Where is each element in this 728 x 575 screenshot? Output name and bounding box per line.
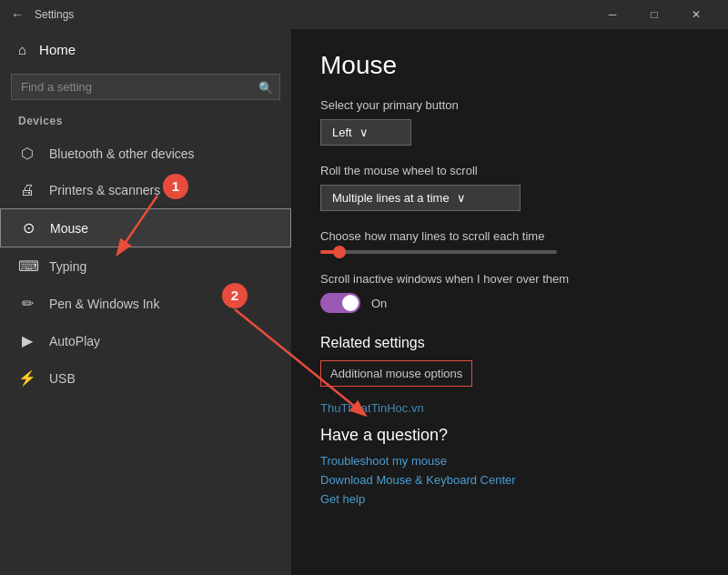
sidebar-item-mouse[interactable]: ⊙ Mouse — [0, 208, 291, 247]
keyboard-icon: ⌨ — [18, 257, 36, 275]
scroll-inactive-label: Scroll inactive windows when I hover ove… — [320, 272, 699, 286]
toggle-knob — [342, 295, 359, 311]
get-help-link[interactable]: Get help — [320, 492, 699, 506]
usb-icon: ⚡ — [18, 369, 36, 387]
sidebar-search-container: 🔍 — [11, 74, 280, 100]
have-a-question-title: Have a question? — [320, 426, 699, 445]
scroll-lines-slider[interactable] — [320, 250, 557, 254]
sidebar-item-home[interactable]: ⌂ Home — [0, 29, 291, 70]
autoplay-icon: ▶ — [18, 332, 36, 349]
sidebar-item-autoplay[interactable]: ▶ AutoPlay — [0, 322, 291, 359]
sidebar-item-usb[interactable]: ⚡ USB — [0, 359, 291, 397]
scroll-wheel-value: Multiple lines at a time — [332, 191, 450, 205]
minimize-button[interactable]: ─ — [592, 0, 633, 29]
troubleshoot-link[interactable]: Troubleshoot my mouse — [320, 454, 699, 468]
primary-button-dropdown[interactable]: Left ∨ — [320, 119, 411, 146]
scroll-wheel-chevron: ∨ — [457, 191, 466, 205]
sidebar-item-pen-label: Pen & Windows Ink — [49, 297, 159, 311]
primary-button-chevron: ∨ — [359, 126, 369, 139]
sidebar-item-printers-label: Printers & scanners — [49, 183, 160, 197]
pen-icon: ✏ — [18, 295, 36, 312]
sidebar-section-label: Devices — [0, 111, 291, 135]
scroll-inactive-toggle[interactable] — [320, 293, 360, 313]
scroll-lines-container: Choose how many lines to scroll each tim… — [320, 229, 699, 254]
additional-mouse-options-link[interactable]: Additional mouse options — [320, 360, 472, 387]
mouse-icon: ⊙ — [19, 219, 37, 237]
main-layout: ⌂ Home 🔍 Devices ⬡ Bluetooth & other dev… — [0, 29, 728, 575]
toggle-row: On — [320, 293, 699, 313]
scroll-wheel-label: Roll the mouse wheel to scroll — [320, 164, 699, 177]
sidebar-item-bluetooth[interactable]: ⬡ Bluetooth & other devices — [0, 135, 291, 172]
page-title: Mouse — [320, 51, 699, 80]
sidebar-home-label: Home — [39, 42, 76, 57]
toggle-state-label: On — [371, 297, 387, 310]
sidebar-item-typing-label: Typing — [49, 259, 86, 274]
window-controls: ─ □ ✕ — [592, 0, 717, 29]
titlebar: ← Settings ─ □ ✕ — [0, 0, 728, 29]
back-button[interactable]: ← — [11, 7, 24, 22]
search-icon: 🔍 — [258, 80, 273, 94]
scroll-lines-label: Choose how many lines to scroll each tim… — [320, 229, 699, 243]
content-area: Mouse Select your primary button Left ∨ … — [291, 29, 728, 575]
printer-icon: 🖨 — [18, 182, 36, 198]
sidebar-item-typing[interactable]: ⌨ Typing — [0, 247, 291, 285]
slider-thumb[interactable] — [333, 246, 346, 258]
home-icon: ⌂ — [18, 42, 26, 57]
sidebar-item-mouse-label: Mouse — [50, 221, 88, 236]
sidebar-item-bluetooth-label: Bluetooth & other devices — [49, 146, 195, 161]
scroll-wheel-dropdown[interactable]: Multiple lines at a time ∨ — [320, 185, 521, 211]
download-link[interactable]: Download Mouse & Keyboard Center — [320, 473, 699, 487]
maximize-button[interactable]: □ — [633, 0, 675, 29]
sidebar-item-autoplay-label: AutoPlay — [49, 334, 100, 348]
sidebar-item-printers[interactable]: 🖨 Printers & scanners — [0, 172, 291, 208]
primary-button-value: Left — [332, 126, 352, 139]
bluetooth-icon: ⬡ — [18, 145, 36, 162]
window-title: Settings — [35, 8, 592, 21]
close-button[interactable]: ✕ — [675, 0, 717, 29]
sidebar: ⌂ Home 🔍 Devices ⬡ Bluetooth & other dev… — [0, 29, 291, 575]
watermark: ThuThuatTinHoc.vn — [320, 401, 699, 415]
sidebar-item-pen[interactable]: ✏ Pen & Windows Ink — [0, 285, 291, 322]
sidebar-item-usb-label: USB — [49, 371, 76, 386]
primary-button-label: Select your primary button — [320, 98, 699, 112]
search-input[interactable] — [11, 74, 280, 100]
related-settings-title: Related settings — [320, 335, 699, 351]
